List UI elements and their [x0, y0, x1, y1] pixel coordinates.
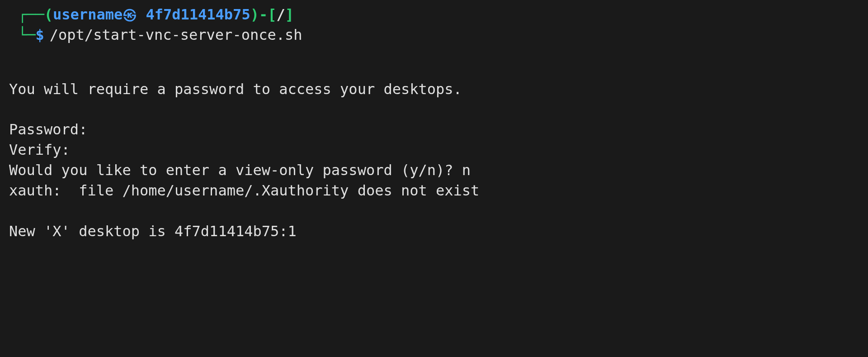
prompt-dollar: $: [36, 25, 44, 45]
terminal-prompt-line2[interactable]: └─$/opt/start-vnc-server-once.sh: [18, 25, 859, 45]
prompt-paren-open: (: [44, 5, 53, 25]
prompt-bracket-open: [: [268, 5, 276, 25]
output-xauth-warning: xauth: file /home/username/.Xauthority d…: [9, 181, 859, 201]
prompt-box-bottom: └─: [18, 25, 36, 45]
prompt-paren-close: ): [250, 5, 259, 25]
command-input[interactable]: /opt/start-vnc-server-once.sh: [50, 25, 302, 45]
output-require-password: You will require a password to access yo…: [9, 79, 859, 100]
prompt-bracket-close: ]: [285, 5, 294, 25]
prompt-path: /: [276, 5, 285, 25]
blank-line: [9, 201, 859, 221]
prompt-dash: -: [259, 5, 268, 25]
prompt-box-top: ┌──: [18, 5, 44, 25]
prompt-hostname-text: 4f7d11414b75: [146, 5, 250, 25]
output-new-desktop: New 'X' desktop is 4f7d11414b75:1: [9, 221, 859, 242]
blank-line: [9, 99, 859, 119]
prompt-username: username: [53, 5, 123, 25]
output-viewonly-prompt: Would you like to enter a view-only pass…: [9, 160, 859, 181]
terminal-prompt-line1: ┌──(username㉿ 4f7d11414b75)-[/]: [18, 5, 859, 25]
output-password-prompt: Password:: [9, 119, 859, 140]
prompt-circle-k-icon: ㉿: [123, 5, 137, 25]
blank-line: [9, 59, 859, 79]
prompt-hostname: [137, 5, 146, 25]
output-verify-prompt: Verify:: [9, 140, 859, 160]
